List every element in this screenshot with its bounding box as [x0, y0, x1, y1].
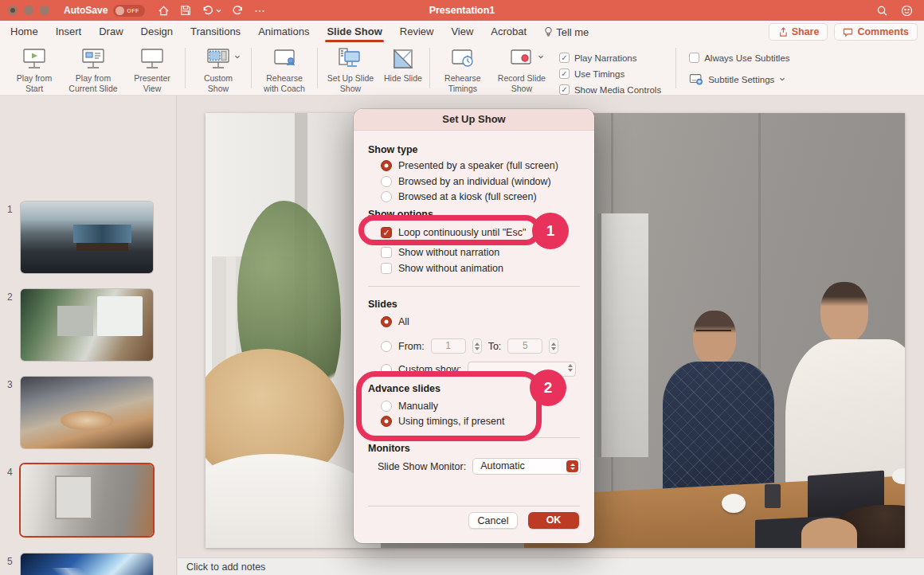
tab-insert[interactable]: Insert	[47, 21, 91, 43]
presenter-view-button[interactable]: Presenter View	[123, 45, 182, 96]
tab-home[interactable]: Home	[2, 21, 47, 43]
radio-label: Browsed at a kiosk (full screen)	[398, 191, 537, 202]
slide-thumbnail-2[interactable]	[21, 289, 153, 361]
play-from-current-slide-button[interactable]: Play from Current Slide	[64, 45, 123, 96]
from-slide-input[interactable]: 1	[431, 338, 466, 354]
presenter-view-icon	[139, 47, 166, 71]
use-timings-checkbox[interactable]: ✓ Use Timings	[559, 68, 661, 79]
play-narrations-checkbox[interactable]: ✓ Play Narrations	[559, 53, 661, 63]
dialog-divider	[368, 286, 580, 287]
rehearse-timings-button[interactable]: Rehearse Timings	[433, 45, 492, 96]
minimize-window-button[interactable]	[24, 6, 33, 15]
always-use-subtitles-checkbox[interactable]: Always Use Subtitles	[689, 53, 789, 63]
checkbox-show-without-animation[interactable]: Show without animation	[381, 263, 503, 274]
slide-thumbnail-4-selected[interactable]	[21, 464, 153, 536]
autosave-toggle[interactable]: OFF	[113, 5, 145, 17]
slide-number: 3	[7, 379, 13, 390]
tab-transitions[interactable]: Transitions	[182, 21, 249, 43]
tab-review[interactable]: Review	[391, 21, 443, 43]
slide-number: 4	[7, 467, 13, 478]
rehearse-with-coach-icon	[271, 47, 298, 71]
feedback-smiley-icon[interactable]	[901, 5, 913, 17]
ribbon-separator	[251, 48, 252, 88]
autosave-control: AutoSave OFF	[64, 5, 145, 17]
show-type-heading: Show type	[368, 144, 418, 155]
rehearse-timings-icon	[449, 47, 476, 71]
tab-view[interactable]: View	[442, 21, 482, 43]
undo-icon[interactable]	[202, 5, 221, 17]
checkbox-loop-continuously[interactable]: ✓ Loop continuously until "Esc"	[381, 227, 526, 238]
ribbon-separator	[185, 48, 186, 88]
photo-person-shoulder	[801, 518, 857, 548]
radio-browsed-by-individual[interactable]: Browsed by an individual (window)	[381, 176, 551, 187]
radio-label: Using timings, if present	[398, 416, 504, 427]
home-icon[interactable]	[158, 5, 170, 17]
ribbon: Play from Start Play from Current Slide …	[0, 43, 924, 96]
radio-label: Browsed by an individual (window)	[398, 176, 551, 187]
dialog-title: Set Up Show	[354, 109, 594, 131]
search-icon[interactable]	[876, 5, 888, 17]
to-slide-input[interactable]: 5	[507, 338, 542, 354]
radio-presented-by-speaker[interactable]: Presented by a speaker (full screen)	[381, 160, 558, 171]
radio-using-timings[interactable]: Using timings, if present	[381, 416, 504, 427]
custom-show-label: Custom show:	[398, 364, 461, 375]
comments-button[interactable]: Comments	[834, 23, 918, 41]
autosave-toggle-knob	[116, 6, 124, 15]
redo-icon[interactable]	[232, 5, 244, 17]
tab-tell-me[interactable]: Tell me	[535, 21, 597, 43]
comments-label: Comments	[857, 26, 909, 37]
record-slide-show-button[interactable]: Record Slide Show	[492, 45, 551, 96]
play-from-start-button[interactable]: Play from Start	[5, 45, 64, 96]
set-up-slide-show-button[interactable]: Set Up Slide Show	[321, 45, 380, 96]
from-stepper[interactable]	[472, 338, 482, 354]
tab-design[interactable]: Design	[132, 21, 182, 43]
to-stepper[interactable]	[549, 338, 558, 354]
ok-button[interactable]: OK	[528, 512, 579, 529]
custom-show-button[interactable]: Custom Show	[189, 45, 248, 96]
monitor-selected-value: Automatic	[480, 460, 525, 471]
hide-slide-button[interactable]: Hide Slide	[380, 45, 426, 85]
radio-icon	[381, 416, 392, 427]
cancel-button[interactable]: Cancel	[468, 512, 518, 529]
checkbox-show-without-narration[interactable]: Show without narration	[381, 247, 499, 258]
subtitle-settings-button[interactable]: Subtitle Settings	[689, 73, 789, 85]
play-from-current-slide-label: Play from Current Slide	[68, 73, 119, 94]
advance-slides-heading: Advance slides	[368, 383, 440, 394]
notes-pane[interactable]: Click to add notes	[178, 557, 924, 575]
record-slide-show-dropdown-chevron[interactable]	[538, 55, 544, 59]
slide-thumbnail-3[interactable]	[21, 377, 153, 448]
share-button[interactable]: Share	[769, 23, 828, 41]
tab-slide-show[interactable]: Slide Show	[318, 21, 390, 43]
radio-from-to-range[interactable]: From: 1 To: 5	[381, 338, 558, 354]
save-icon[interactable]	[180, 5, 191, 16]
tab-animations[interactable]: Animations	[249, 21, 318, 43]
close-window-button[interactable]	[8, 6, 18, 15]
checkbox-icon	[381, 247, 392, 258]
show-media-controls-checkbox[interactable]: ✓ Show Media Controls	[559, 84, 661, 95]
hide-slide-label: Hide Slide	[384, 73, 422, 84]
photo-man-plaid-jacket	[663, 362, 774, 497]
tell-me-label: Tell me	[556, 22, 589, 43]
slide-thumbnail-1[interactable]	[21, 201, 153, 273]
zoom-window-button[interactable]	[40, 6, 49, 15]
radio-browsed-at-kiosk[interactable]: Browsed at a kiosk (full screen)	[381, 191, 537, 202]
slide-thumbnail-5[interactable]	[21, 553, 153, 575]
photo-coffee-cup	[722, 494, 746, 513]
radio-label: Manually	[398, 401, 438, 412]
tab-draw[interactable]: Draw	[90, 21, 131, 43]
dropdown-stepper-icon	[566, 460, 578, 472]
undo-dropdown-chevron[interactable]	[216, 9, 221, 13]
slides-heading: Slides	[368, 299, 397, 310]
tab-acrobat[interactable]: Acrobat	[482, 21, 535, 43]
set-up-slide-show-icon	[336, 47, 365, 71]
radio-manually[interactable]: Manually	[381, 401, 438, 412]
checkbox-label: Loop continuously until "Esc"	[398, 227, 526, 238]
lightbulb-icon	[544, 26, 553, 37]
radio-all-slides[interactable]: All	[381, 316, 409, 327]
ribbon-tab-bar: Home Insert Draw Design Transitions Anim…	[0, 21, 924, 43]
slide-show-monitor-dropdown[interactable]: Automatic	[472, 458, 581, 475]
more-commands-icon[interactable]: ⋯	[254, 4, 266, 17]
rehearse-with-coach-button[interactable]: Rehearse with Coach	[255, 45, 314, 96]
radio-icon	[381, 160, 392, 171]
custom-show-dropdown-chevron[interactable]	[234, 55, 241, 59]
